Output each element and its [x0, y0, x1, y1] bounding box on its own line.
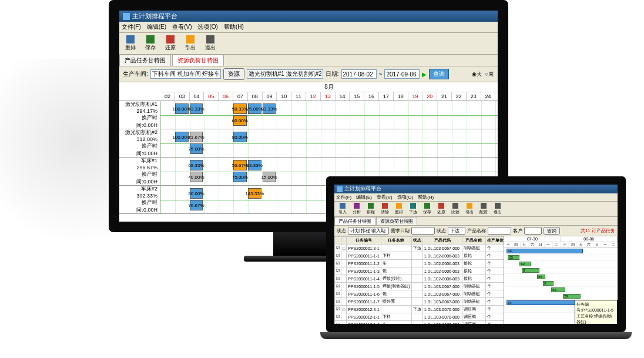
app1-titlebar: 主计划排程平台 [119, 11, 498, 22]
task-block[interactable]: 58.33% [233, 103, 247, 114]
gantt-row: 激光切割机#1294.17%换产时间:0.00H100.00%93.33%58.… [119, 101, 498, 129]
table-row[interactable]: ☑PPS2000012-1-2车1.DL.103-0070-000调压阀个62 [335, 321, 505, 324]
menu-item[interactable]: 文件(F) [122, 23, 141, 31]
toolbar-还原[interactable]: 还原 [162, 34, 179, 53]
task-block[interactable]: 21.67% [190, 132, 203, 142]
table-row[interactable]: ☑PPS2000011-1-1下料1.DL.102-0006-003接轮个63 [335, 252, 505, 260]
toolbar-下达[interactable]: 下达 [407, 202, 420, 216]
task-block[interactable]: 100.00% [175, 103, 189, 114]
table-row[interactable]: ☑□PPS2000001:3-1下达1.DL.103-0067-000制动器缸个… [335, 245, 505, 252]
table-row[interactable]: ☑PPS2000011-1-3铣1.DL.102-0006-003接轮个63 [335, 267, 505, 275]
status-input[interactable] [348, 227, 389, 235]
task-block[interactable]: 68.33% [190, 160, 203, 170]
query2-button[interactable]: 查询 [544, 227, 560, 235]
task-block[interactable]: 80.00% [233, 132, 247, 142]
table-row[interactable]: ☑PPS2000011-1-5焊接(制动器缸)1.DL.103-0067-000… [335, 283, 505, 290]
task-block[interactable]: 75.00% [248, 103, 261, 114]
date-to[interactable] [384, 69, 420, 79]
task-block[interactable]: 80.00% [190, 188, 203, 199]
prod-input[interactable] [488, 227, 511, 235]
task-block[interactable]: 40.00% [190, 172, 203, 182]
toolbar-退出[interactable]: 退出 [202, 34, 219, 53]
menu-item[interactable]: 查看(V) [172, 23, 192, 31]
gantt-day: 20 [422, 92, 437, 101]
gantt-bar[interactable]: 63 [519, 262, 531, 266]
task-block[interactable]: 15.00% [263, 172, 276, 182]
task-block[interactable]: 75.00% [190, 143, 203, 154]
gantt-bar[interactable]: 63 [508, 255, 519, 260]
toolbar-引出[interactable]: 引出 [182, 34, 199, 53]
tab-1[interactable]: 资源负荷甘特图 [172, 55, 224, 66]
menu-item[interactable]: 编辑(E) [147, 23, 166, 31]
gantt-bar[interactable]: 63 [507, 249, 583, 253]
table-row[interactable]: ☑PPS2000012-1-1下料1.DL.103-0070-000调压阀个62 [335, 313, 505, 321]
toolbar-退出[interactable]: 退出 [491, 202, 504, 216]
cust-input[interactable] [524, 227, 542, 235]
task-block[interactable]: 93.33% [190, 103, 203, 114]
gantt-bar[interactable]: 8 [522, 268, 539, 273]
gantt-row-label: 车床#2302.33%换产时间:0.00H [119, 186, 160, 213]
menu-item[interactable]: 选项(O) [197, 23, 217, 31]
app2-toolbar: 引入分析排程清除重排下达保存还原比较引出配置退出 [334, 202, 618, 217]
menu-item[interactable]: 查看(V) [377, 194, 393, 200]
table-row[interactable]: ☑□PPS2000012:3-1下达1.DL.103-0070-000调压阀个6… [335, 306, 505, 313]
column-header[interactable]: 状态 [411, 237, 422, 245]
toolbar-引出[interactable]: 引出 [463, 202, 476, 216]
task-block[interactable]: 100.00% [175, 132, 189, 142]
table-row[interactable]: ☑PPS2000011-1-6铣1.DL.103-0067-000制动器缸个63 [335, 290, 505, 298]
column-header[interactable] [335, 237, 341, 245]
menu-item[interactable]: 编辑(E) [356, 194, 372, 200]
menu-item[interactable]: 帮助(H) [418, 194, 434, 200]
confirm-date[interactable] [411, 227, 435, 235]
gantt-timeline[interactable]: 100.00%93.33%58.33%60.00%75.00%83.33% [160, 101, 498, 129]
tab-0[interactable]: 产品任务甘特图 [119, 55, 171, 66]
table-row[interactable]: ☑PPS2000011-1-2车1.DL.102-0006-003接轮个63 [335, 260, 505, 267]
play-icon[interactable]: ▶ [422, 71, 427, 78]
toolbar-保存[interactable]: 保存 [421, 202, 434, 216]
tab-0[interactable]: 产品任务甘特图 [334, 217, 375, 225]
table-row[interactable]: ☑PPS2000011-1-7喷外面1.DL.103-0067-000制动器缸个… [335, 298, 505, 306]
column-header[interactable]: 任务名称 [381, 237, 411, 245]
gantt-timeline[interactable]: 100.00%21.67%75.00%80.00% [160, 129, 498, 157]
gantt-bar[interactable]: 53 [551, 287, 565, 292]
resource-input[interactable] [247, 69, 323, 79]
column-header[interactable] [341, 237, 347, 245]
status2-input[interactable] [448, 227, 465, 235]
menu-item[interactable]: 选项(O) [397, 194, 414, 200]
toolbar-分析[interactable]: 分析 [350, 202, 363, 216]
task-block[interactable]: 68.33% [248, 160, 261, 170]
task-block[interactable]: 83.33% [263, 103, 276, 114]
workshop-input[interactable] [150, 69, 221, 79]
toolbar-引入[interactable]: 引入 [336, 202, 349, 216]
toolbar-清除[interactable]: 清除 [378, 202, 391, 216]
task-block[interactable]: 75.00% [233, 172, 247, 182]
date-from[interactable] [341, 69, 377, 79]
resource-button[interactable]: 资源 [223, 68, 244, 80]
table-row[interactable]: ☑PPS2000011-1-4焊接(接轮)1.DL.102-0006-003接轮… [335, 275, 505, 283]
task-block[interactable]: 143.33% [248, 188, 261, 199]
toolbar-比较[interactable]: 比较 [449, 202, 462, 216]
toolbar-还原[interactable]: 还原 [435, 202, 448, 216]
menu-item[interactable]: 帮助(H) [224, 23, 244, 31]
query-button[interactable]: 查询 [429, 69, 449, 79]
toolbar-重排[interactable]: 重排 [122, 34, 139, 53]
nav-week[interactable]: ○周 [485, 70, 494, 78]
gantt-bar[interactable]: 8 [543, 281, 554, 286]
menu-item[interactable]: 文件(F) [336, 194, 351, 200]
column-header[interactable]: 任务编号 [347, 237, 381, 245]
column-header[interactable]: 产品代码 [422, 237, 462, 245]
toolbar-重排[interactable]: 重排 [393, 202, 405, 216]
gantt-bar[interactable]: 55 [537, 275, 545, 279]
column-header[interactable]: 产品名称 [462, 237, 485, 245]
task-block[interactable]: 60.00% [233, 115, 247, 126]
app2-grid[interactable]: 任务编号任务名称状态产品代码产品名称生产单位需求数量需求日期 ☑□PPS2000… [334, 236, 504, 324]
column-header[interactable]: 生产单位 [485, 237, 504, 245]
gantt-bar[interactable]: 53 [563, 294, 581, 299]
tab-1[interactable]: 资源负荷甘特图 [376, 217, 417, 225]
toolbar-配置[interactable]: 配置 [477, 202, 490, 216]
task-block[interactable]: 76.67% [190, 200, 203, 210]
task-block[interactable]: 56.67% [233, 160, 247, 170]
toolbar-保存[interactable]: 保存 [142, 34, 159, 53]
toolbar-排程[interactable]: 排程 [364, 202, 377, 216]
nav-day[interactable]: ◉天 [472, 70, 481, 78]
